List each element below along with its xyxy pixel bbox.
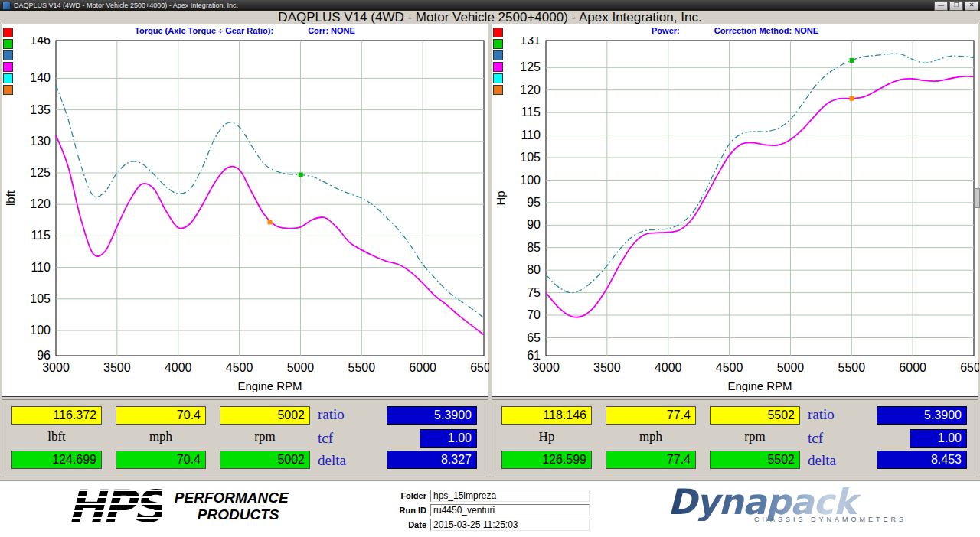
svg-text:75: 75 <box>527 286 541 299</box>
rpm-reference-value: 5002 <box>220 451 310 469</box>
tcf-value: 1.00 <box>910 429 967 447</box>
svg-text:85: 85 <box>527 241 541 254</box>
speed-cursor-value: 77.4 <box>606 406 696 425</box>
power-unit-label: Hp <box>501 429 592 444</box>
svg-text:3500: 3500 <box>593 361 621 374</box>
torque-run-color-legend <box>3 28 13 96</box>
power-chart-panel: Power: Correction Method: NONE 300035004… <box>492 24 978 397</box>
dynapack-logo: Dynapack CHASSIS DYNAMOMETERS <box>668 483 913 523</box>
folder-field[interactable] <box>430 490 590 502</box>
svg-text:6000: 6000 <box>409 361 436 374</box>
close-button[interactable]: ✕ <box>965 1 978 11</box>
svg-text:4500: 4500 <box>716 361 743 374</box>
svg-text:6500: 6500 <box>470 361 489 374</box>
torque-cursor-value: 116.372 <box>11 406 102 425</box>
svg-text:130: 130 <box>30 135 51 148</box>
speed-reference-value: 70.4 <box>116 451 206 469</box>
svg-text:110: 110 <box>31 261 51 274</box>
power-correction-label: Correction Method: NONE <box>714 26 818 37</box>
svg-text:105: 105 <box>30 292 51 305</box>
rpm-cursor-value: 5502 <box>710 406 800 425</box>
run-color-red-swatch[interactable] <box>493 28 503 37</box>
svg-text:lbft: lbft <box>4 190 17 206</box>
svg-text:61: 61 <box>527 349 541 362</box>
app-icon <box>2 2 11 10</box>
torque-correction-label: Corr: NONE <box>308 26 355 37</box>
speed-reference-value: 77.4 <box>606 451 696 469</box>
delta-value: 8.327 <box>387 451 477 469</box>
maximize-button[interactable]: ❐ <box>949 1 963 11</box>
svg-text:6000: 6000 <box>899 361 926 374</box>
titlebar-title: DAQPLUS V14 (4WD - Motor Vehicle 2500+40… <box>14 2 933 9</box>
ratio-value: 5.3900 <box>877 406 967 425</box>
minimize-button[interactable]: — <box>934 1 948 11</box>
hps-logo: HPS PERFORMANCE PRODUCTS <box>67 484 289 529</box>
run-color-cyan-swatch[interactable] <box>493 73 503 83</box>
run-color-red-swatch[interactable] <box>3 28 13 37</box>
svg-text:131: 131 <box>520 37 541 47</box>
hps-logo-line2: PRODUCTS <box>198 506 289 523</box>
tcf-label: tcf <box>318 430 333 447</box>
hps-logo-line1: PERFORMANCE <box>175 490 289 506</box>
ratio-label: ratio <box>808 406 835 423</box>
svg-text:120: 120 <box>520 83 541 96</box>
ratio-label: ratio <box>318 406 345 423</box>
folder-label: Folder <box>387 491 426 500</box>
tcf-value: 1.00 <box>420 429 477 447</box>
rpm-unit-label: rpm <box>710 429 800 444</box>
svg-text:146: 146 <box>30 37 51 47</box>
torque-reference-value: 124.699 <box>11 451 102 469</box>
svg-text:80: 80 <box>527 263 541 276</box>
power-chart[interactable]: 3000350040004500500055006000650061657075… <box>492 37 979 398</box>
svg-text:115: 115 <box>31 229 51 242</box>
run-color-orange-swatch[interactable] <box>3 85 13 95</box>
delta-value: 8.453 <box>877 451 967 469</box>
date-field[interactable] <box>430 519 590 531</box>
footer: HPS PERFORMANCE PRODUCTS Folder Run ID D… <box>0 480 980 537</box>
svg-text:125: 125 <box>520 60 541 73</box>
svg-text:125: 125 <box>30 166 51 179</box>
svg-text:135: 135 <box>30 103 51 116</box>
power-chart-title: Power: <box>652 26 680 37</box>
run-color-magenta-swatch[interactable] <box>493 62 503 72</box>
svg-text:4000: 4000 <box>165 361 192 374</box>
svg-text:5000: 5000 <box>777 361 805 374</box>
svg-text:4500: 4500 <box>226 361 253 374</box>
svg-text:5500: 5500 <box>838 361 865 374</box>
ratio-value: 5.3900 <box>387 406 477 425</box>
page-title: DAQPLUS V14 (4WD - Motor Vehicle 2500+40… <box>0 10 980 24</box>
power-reference-value: 126.599 <box>501 451 592 469</box>
svg-text:90: 90 <box>527 218 541 231</box>
svg-text:115: 115 <box>521 106 541 119</box>
power-cursor-value: 118.146 <box>501 406 592 425</box>
torque-chart[interactable]: 3000350040004500500055006000650096100105… <box>2 37 489 398</box>
run-color-green-swatch[interactable] <box>493 39 503 49</box>
svg-text:Hp: Hp <box>494 190 507 205</box>
date-label: Date <box>387 520 426 529</box>
svg-text:3000: 3000 <box>42 361 70 374</box>
svg-text:95: 95 <box>527 196 541 209</box>
speed-unit-label: mph <box>606 429 696 444</box>
torque-chart-panel: Torque (Axle Torque ÷ Gear Ratio): Corr:… <box>2 24 488 397</box>
run-id-field[interactable] <box>430 504 590 516</box>
svg-text:3000: 3000 <box>532 361 560 374</box>
torque-unit-label: lbft <box>11 429 102 444</box>
svg-text:120: 120 <box>30 197 51 210</box>
svg-text:3500: 3500 <box>103 361 131 374</box>
svg-text:110: 110 <box>521 129 541 142</box>
titlebar: DAQPLUS V14 (4WD - Motor Vehicle 2500+40… <box>0 0 980 11</box>
svg-text:6500: 6500 <box>960 361 979 374</box>
speed-unit-label: mph <box>116 429 206 444</box>
run-color-cyan-swatch[interactable] <box>3 73 13 83</box>
svg-text:65: 65 <box>527 331 541 344</box>
run-color-orange-swatch[interactable] <box>493 85 503 95</box>
scrollbar-thumb[interactable] <box>975 188 980 208</box>
run-color-green-swatch[interactable] <box>3 39 13 49</box>
run-color-magenta-swatch[interactable] <box>3 62 13 72</box>
run-color-blue-swatch[interactable] <box>3 50 13 60</box>
svg-text:Engine RPM: Engine RPM <box>727 379 792 392</box>
run-info-fields: Folder Run ID Date <box>387 490 590 533</box>
run-color-blue-swatch[interactable] <box>493 50 503 60</box>
delta-label: delta <box>808 452 836 469</box>
svg-text:4000: 4000 <box>655 361 682 374</box>
